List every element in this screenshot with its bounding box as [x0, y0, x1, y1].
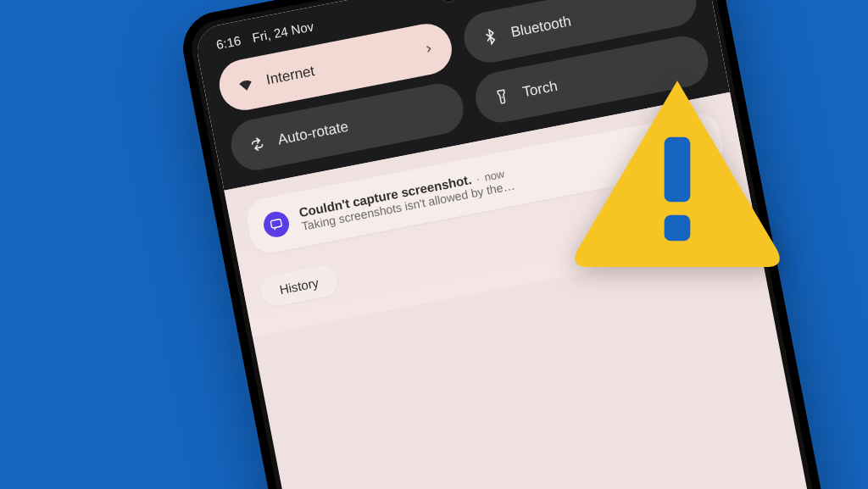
tile-label: Auto-rotate [276, 119, 349, 149]
status-time: 6:16 [215, 33, 242, 52]
torch-icon [491, 86, 513, 108]
clear-all-button[interactable]: Clear all [648, 186, 737, 233]
wifi-icon [235, 74, 257, 96]
autorotate-icon [247, 133, 269, 155]
tile-label: Internet [265, 63, 316, 89]
chat-icon [261, 209, 291, 239]
tile-label: Bluetooth [509, 13, 572, 41]
phone-frame: 6:16 Fri, 24 Nov [177, 0, 855, 489]
bluetooth-icon [480, 26, 502, 48]
status-date: Fri, 24 Nov [251, 19, 314, 45]
history-button[interactable]: History [259, 264, 340, 309]
chevron-right-icon [422, 42, 436, 55]
svg-rect-4 [270, 219, 281, 228]
tile-label: Torch [521, 78, 559, 102]
notification-separator: · [476, 172, 481, 185]
phone-screen: 6:16 Fri, 24 Nov [192, 0, 838, 489]
clear-all-label: Clear all [669, 198, 717, 221]
history-label: History [278, 275, 320, 297]
